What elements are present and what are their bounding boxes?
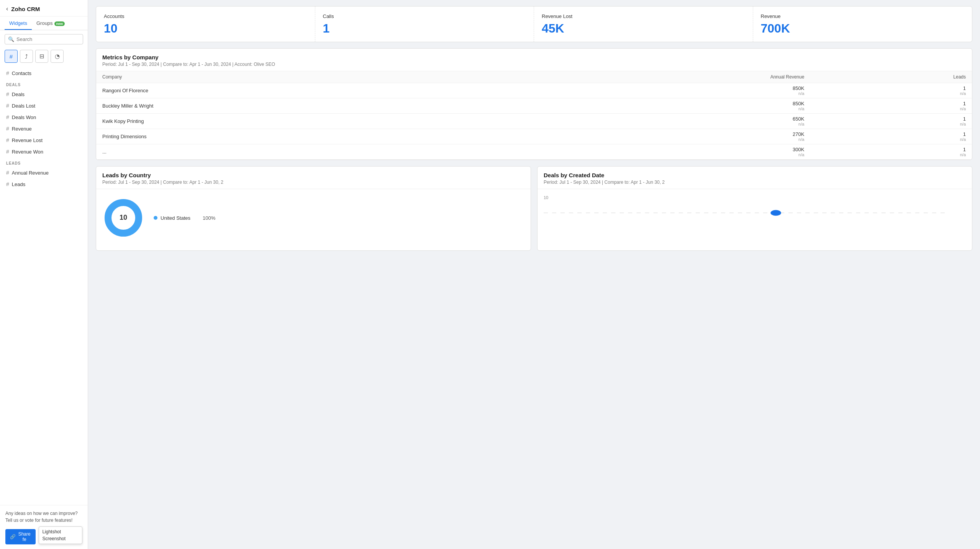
search-input[interactable] (16, 36, 80, 42)
hash-icon: # (6, 114, 9, 120)
leads-cell: 1n/a (810, 83, 972, 98)
leads-by-country-subtitle: Period: Jul 1 - Sep 30, 2024 | Compare t… (102, 180, 524, 185)
company-cell: Buckley Miller & Wright (96, 98, 509, 114)
nav-section-leads: LEADS (0, 157, 88, 167)
legend-item: United States 100% (154, 215, 215, 221)
company-cell: Rangoni Of Florence (96, 83, 509, 98)
metrics-thead: CompanyAnnual RevenueLeads (96, 71, 972, 83)
footer-text: Any ideas on how we can improve? Tell us… (5, 510, 82, 524)
legend-dot (154, 216, 157, 220)
share-feedback-button[interactable]: 🔗 Share fe (5, 529, 36, 544)
nav-item-label: Deals (12, 92, 25, 97)
legend-label: United States (161, 215, 190, 221)
hash-icon: # (6, 70, 9, 76)
tab-widgets[interactable]: Widgets (5, 16, 32, 30)
company-cell: Printing Dimensions (96, 129, 509, 144)
leads-by-country-title: Leads by Country (102, 172, 524, 178)
two-col-section: Leads by Country Period: Jul 1 - Sep 30,… (96, 166, 972, 257)
table-row: Rangoni Of Florence850Kn/a1n/a (96, 83, 972, 98)
leads-cell: 1n/a (810, 98, 972, 114)
donut-legend: United States 100% (154, 215, 215, 221)
leads-by-country-card: Leads by Country Period: Jul 1 - Sep 30,… (96, 166, 531, 251)
kpi-card-calls: Calls1 (315, 7, 534, 42)
legend-pct: 100% (203, 215, 215, 221)
revenue-cell: 650Kn/a (509, 114, 811, 129)
hash-icon: # (6, 91, 9, 97)
metrics-tbody: Rangoni Of Florence850Kn/a1n/aBuckley Mi… (96, 83, 972, 160)
deals-by-created-date-header: Deals by Created Date Period: Jul 1 - Se… (538, 167, 972, 189)
sidebar: ‹ Zoho CRM WidgetsGroupsnew 🔍 #⤴⊟◔ #Cont… (0, 0, 88, 549)
sidebar-item-revenue-lost[interactable]: #Revenue Lost (0, 134, 88, 146)
leads-cell: 1n/a (810, 129, 972, 144)
main-content: Accounts10Calls1Revenue Lost45KRevenue70… (88, 0, 980, 549)
table-row: Kwik Kopy Printing650Kn/a1n/a (96, 114, 972, 129)
kpi-row: Accounts10Calls1Revenue Lost45KRevenue70… (96, 6, 972, 42)
search-icon: 🔍 (8, 36, 14, 42)
hash-icon: # (6, 137, 9, 143)
sidebar-item-deals-lost[interactable]: #Deals Lost (0, 100, 88, 111)
sidebar-footer: Any ideas on how we can improve? Tell us… (0, 505, 88, 549)
revenue-cell: 850Kn/a (509, 83, 811, 98)
table-row: ...300Kn/a1n/a (96, 144, 972, 160)
sidebar-item-revenue[interactable]: #Revenue (0, 123, 88, 134)
sidebar-title: Zoho CRM (11, 6, 40, 12)
metrics-by-company-card: Metrics by Company Period: Jul 1 - Sep 3… (96, 48, 972, 160)
col-annual-revenue: Annual Revenue (509, 71, 811, 83)
company-cell: Kwik Kopy Printing (96, 114, 509, 129)
tabs-row: WidgetsGroupsnew (0, 16, 88, 30)
nav-item-label: Deals Won (12, 114, 36, 120)
sidebar-item-leads[interactable]: #Leads (0, 178, 88, 190)
share-label: Share fe (18, 531, 31, 542)
hash-icon: # (6, 126, 9, 132)
table-row: Buckley Miller & Wright850Kn/a1n/a (96, 98, 972, 114)
donut-center-value: 10 (120, 214, 127, 221)
donut-container: 10 United States 100% (96, 189, 531, 247)
sidebar-nav: #ContactsDEALS#Deals#Deals Lost#Deals Wo… (0, 66, 88, 505)
line-chart-icon[interactable]: ⤴ (20, 50, 33, 63)
nav-item-label: Revenue Lost (12, 137, 43, 143)
table-row: Printing Dimensions270Kn/a1n/a (96, 129, 972, 144)
sidebar-header: ‹ Zoho CRM (0, 0, 88, 16)
tooltip: Lightshot Screenshot (39, 526, 82, 544)
deals-by-created-date-card: Deals by Created Date Period: Jul 1 - Se… (537, 166, 972, 251)
nav-item-label: Deals Lost (12, 103, 35, 109)
revenue-cell: 270Kn/a (509, 129, 811, 144)
icon-row: #⤴⊟◔ (0, 48, 88, 66)
hash-icon: # (6, 149, 9, 155)
col-leads: Leads (810, 71, 972, 83)
pie-chart-icon[interactable]: ◔ (51, 50, 64, 63)
metrics-by-company-subtitle: Period: Jul 1 - Sep 30, 2024 | Compare t… (102, 62, 966, 67)
hash-icon[interactable]: # (5, 50, 18, 63)
sidebar-item-revenue-won[interactable]: #Revenue Won (0, 146, 88, 157)
sidebar-item-deals[interactable]: #Deals (0, 88, 88, 100)
search-box[interactable]: 🔍 (5, 34, 83, 44)
y-axis-label: 10 (544, 195, 548, 200)
nav-section-deals: DEALS (0, 79, 88, 88)
nav-item-label: Revenue (12, 126, 32, 132)
leads-by-country-header: Leads by Country Period: Jul 1 - Sep 30,… (96, 167, 531, 189)
sidebar-item-contacts[interactable]: #Contacts (0, 67, 88, 79)
kpi-card-revenue: Revenue700K (753, 7, 972, 42)
kpi-label: Revenue (761, 13, 965, 19)
nav-item-label: Leads (12, 181, 25, 187)
revenue-cell: 300Kn/a (509, 144, 811, 160)
back-arrow-icon[interactable]: ‹ (6, 5, 8, 12)
sidebar-item-deals-won[interactable]: #Deals Won (0, 111, 88, 123)
kpi-value: 10 (104, 21, 307, 36)
tab-groups[interactable]: Groupsnew (32, 16, 69, 30)
col-company: Company (96, 71, 509, 83)
line-chart-area: 10 (538, 189, 972, 250)
sidebar-item-annual-revenue[interactable]: #Annual Revenue (0, 167, 88, 178)
nav-item-label: Revenue Won (12, 149, 43, 155)
revenue-cell: 850Kn/a (509, 98, 811, 114)
kpi-value: 1 (323, 21, 526, 36)
metrics-by-company-header: Metrics by Company Period: Jul 1 - Sep 3… (96, 49, 972, 71)
kpi-value: 700K (761, 21, 965, 36)
kpi-label: Accounts (104, 13, 307, 19)
metrics-table: CompanyAnnual RevenueLeads Rangoni Of Fl… (96, 71, 972, 160)
kpi-label: Revenue Lost (542, 13, 745, 19)
tab-badge: new (54, 21, 65, 26)
table-icon[interactable]: ⊟ (35, 50, 48, 63)
leads-cell: 1n/a (810, 144, 972, 160)
deals-by-created-date-subtitle: Period: Jul 1 - Sep 30, 2024 | Compare t… (544, 180, 966, 185)
